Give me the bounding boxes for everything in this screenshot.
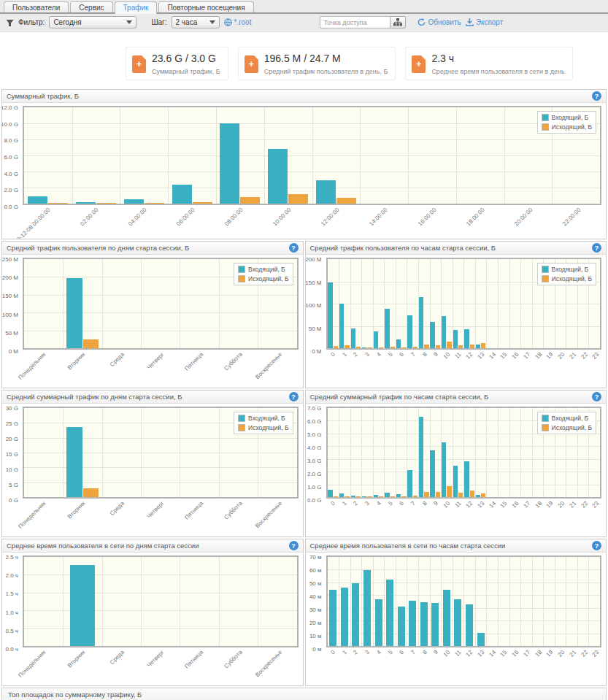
filter-select[interactable]: Сегодня: [49, 16, 136, 28]
help-icon[interactable]: ?: [592, 243, 601, 253]
bar-group: [141, 557, 180, 646]
bar: [396, 339, 401, 348]
help-icon[interactable]: ?: [592, 541, 601, 550]
y-tick-label: 100 M: [305, 302, 321, 309]
y-axis: 30 G25 G20 G15 G10 G5 G0 G: [2, 408, 21, 500]
bar: [385, 493, 389, 497]
bar: [339, 304, 344, 348]
help-icon[interactable]: ?: [289, 392, 299, 401]
bar-group: [373, 408, 385, 497]
y-tick-label: 50 м: [309, 580, 322, 587]
stat-card-avg-time: + 2.3 ч Среднее время пользователя в сет…: [405, 47, 572, 80]
chart-avg-total-hourly: 7.0 G6.0 G5.0 G4.0 G3.0 G2.0 G1.0 G0.0 G…: [306, 404, 607, 536]
bar: [453, 466, 458, 497]
help-icon[interactable]: ?: [289, 541, 299, 550]
bar: [385, 309, 389, 348]
bar: [407, 315, 412, 348]
bar: [436, 492, 440, 497]
bar-group: [180, 259, 218, 348]
file-plus-icon: +: [132, 55, 146, 73]
export-button[interactable]: Экспорт: [466, 18, 504, 26]
help-icon[interactable]: ?: [289, 243, 299, 253]
chart-avg-user-hourly: 200 M150 M100 M50 M0 MВходящий, БИсходящ…: [306, 255, 607, 388]
bar-group: [168, 107, 216, 204]
plot-area: Входящий, БИсходящий, Б: [326, 258, 602, 350]
chart-title: Средний трафик пользователя по часам ста…: [310, 244, 496, 252]
y-tick-label: 60 м: [309, 567, 322, 574]
tab-traffic[interactable]: Трафик: [115, 1, 158, 14]
stat-value: 23.6 G / 3.0 G: [152, 53, 220, 64]
bar-group: [456, 107, 504, 204]
bar-group: [441, 557, 453, 646]
chart-panel-total-traffic: Суммарный трафик, Б ? 12.0 G10.0 G8.0 G6…: [1, 89, 607, 239]
bar-group: [141, 408, 180, 497]
bar-group: [102, 259, 141, 348]
x-axis: 01234567891011121314151617181920212223: [326, 499, 602, 536]
bar-group: [219, 557, 258, 646]
legend-item: Входящий, Б: [542, 266, 592, 273]
legend-label: Входящий, Б: [552, 415, 589, 422]
legend: Входящий, БИсходящий, Б: [537, 412, 596, 434]
plot-area: Входящий, БИсходящий, Б: [23, 106, 601, 205]
bar: [334, 346, 338, 348]
y-tick-label: 0.0 G: [307, 497, 322, 504]
refresh-button[interactable]: Обновить: [417, 18, 461, 26]
root-link[interactable]: *.root: [224, 18, 252, 26]
bar-group: [373, 259, 385, 348]
y-tick-label: 20 G: [6, 436, 18, 442]
bar: [458, 345, 463, 348]
bar-group: [498, 259, 509, 348]
help-icon[interactable]: ?: [592, 392, 601, 401]
hierarchy-picker-button[interactable]: [390, 16, 406, 28]
tab-service[interactable]: Сервис: [70, 1, 112, 12]
step-select-value: 2 часа: [176, 18, 198, 26]
y-tick-label: 200 M: [305, 256, 321, 263]
step-select[interactable]: 2 часа: [172, 16, 220, 28]
plot-area: [326, 555, 602, 647]
legend-swatch: [542, 415, 549, 422]
plot-area: Входящий, БИсходящий, Б: [326, 407, 602, 499]
bar: [334, 496, 338, 497]
bar-group: [328, 259, 339, 348]
chart-avg-time-hourly: 70 м60 м50 м40 м30 м20 м10 м0 м012345678…: [306, 553, 607, 685]
bar-group: [520, 408, 532, 497]
bar-group: [509, 557, 521, 646]
bar: [351, 328, 355, 348]
y-tick-label: 0 M: [9, 348, 18, 355]
bar-group: [498, 557, 509, 646]
y-tick-label: 7.0 G: [307, 405, 322, 412]
legend-item: Входящий, Б: [542, 114, 592, 121]
bar: [375, 599, 382, 646]
y-tick-label: 6.0 G: [307, 418, 322, 425]
y-tick-label: 0 м: [312, 646, 321, 653]
legend-swatch: [542, 275, 549, 282]
bar-group: [361, 259, 373, 348]
chart-title: Средний суммарный трафик по дням старта …: [7, 393, 182, 401]
table-title: Топ площадок по суммарному трафику, Б: [2, 688, 606, 700]
chart-panel-avg-user-hourly: Средний трафик пользователя по часам ста…: [305, 241, 607, 388]
stat-card-avg-user-traffic: + 196.5 M / 24.7 M Средний трафик пользо…: [238, 47, 396, 80]
y-tick-label: 50 M: [5, 329, 18, 336]
access-point-input[interactable]: [320, 16, 390, 28]
bar: [419, 417, 423, 497]
bar-group: [486, 259, 498, 348]
bar-group: [264, 107, 312, 204]
help-icon[interactable]: ?: [592, 91, 601, 101]
bar-group: [509, 259, 521, 348]
globe-icon: [224, 18, 232, 26]
file-plus-icon: +: [412, 55, 426, 73]
export-label: Экспорт: [476, 18, 504, 26]
tab-users[interactable]: Пользователи: [4, 1, 69, 12]
bar-group: [441, 259, 453, 348]
sitemap-icon: [393, 18, 402, 26]
bar-group: [463, 408, 475, 497]
bar: [288, 194, 308, 204]
y-tick-label: 0.5 ч: [5, 627, 18, 634]
file-plus-icon: +: [245, 55, 258, 73]
legend-label: Входящий, Б: [248, 415, 285, 422]
y-axis: 200 M150 M100 M50 M0 M: [306, 259, 325, 351]
bar-group: [361, 408, 373, 497]
bar-group: [543, 557, 555, 646]
tab-repeat-visits[interactable]: Повторные посещения: [158, 1, 253, 12]
filter-icon: [6, 18, 14, 26]
